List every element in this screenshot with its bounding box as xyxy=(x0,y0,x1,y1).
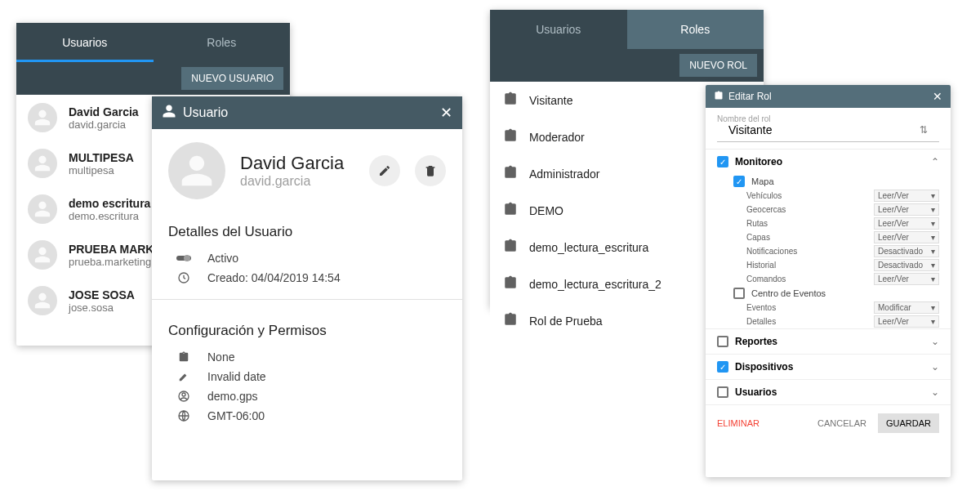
user-name: MULTIPESA xyxy=(69,151,134,164)
close-icon[interactable]: ✕ xyxy=(440,104,452,122)
user-sub: jose.sosa xyxy=(69,301,135,314)
clipboard-icon xyxy=(176,350,191,364)
user-name: David Garcia xyxy=(69,105,139,118)
section-usuarios[interactable]: Usuarios⌄ xyxy=(706,379,951,404)
modal-header: Usuario ✕ xyxy=(152,96,462,129)
user-modal: Usuario ✕ David Garcia david.garcia Deta… xyxy=(152,96,462,480)
role-name: demo_lectura_escritura_2 xyxy=(529,278,662,291)
section-monitoreo[interactable]: ✓Monitoreo ⌃ xyxy=(706,149,951,174)
perm-select[interactable]: Leer/Ver▾ xyxy=(874,203,939,216)
modal-title: Usuario xyxy=(183,105,434,120)
delete-button[interactable] xyxy=(415,155,446,186)
checkbox-icon[interactable] xyxy=(733,288,745,299)
user-sub: david.garcia xyxy=(69,118,139,131)
divider xyxy=(152,299,462,300)
subsection-centro[interactable]: Centro de Eventos xyxy=(706,286,951,301)
badge-icon xyxy=(503,312,518,329)
status-value: Activo xyxy=(207,252,238,265)
person-icon xyxy=(162,104,176,122)
perm-select[interactable]: Leer/Ver▾ xyxy=(874,315,939,328)
footer: ELIMINAR CANCELAR GUARDAR xyxy=(706,404,951,441)
perm-label: Notificaciones xyxy=(746,247,874,256)
checkbox-icon[interactable]: ✓ xyxy=(717,361,728,373)
perm-label: Detalles xyxy=(746,317,874,326)
avatar xyxy=(28,286,57,315)
role-name: Moderador xyxy=(529,131,585,144)
role-name: Visitante xyxy=(529,94,572,107)
perm-row: DetallesLeer/Ver▾ xyxy=(706,315,951,328)
role-row: None xyxy=(152,347,462,367)
user-name: JOSE SOSA xyxy=(69,288,135,301)
details-title: Detalles del Usuario xyxy=(152,212,462,248)
perm-select[interactable]: Modificar▾ xyxy=(874,301,939,314)
clock-icon xyxy=(176,271,191,284)
close-icon[interactable]: ✕ xyxy=(933,90,942,103)
tab-usuarios[interactable]: Usuarios xyxy=(490,10,627,49)
new-user-button[interactable]: NUEVO USUARIO xyxy=(181,67,283,90)
edit-button[interactable] xyxy=(369,155,400,186)
role-value: None xyxy=(207,350,234,364)
date-value: Invalid date xyxy=(207,370,266,383)
globe-icon xyxy=(176,409,191,422)
edit-role-panel: Editar Rol ✕ Nombre del rol Visitante⇅ ✓… xyxy=(706,85,951,477)
cancel-button[interactable]: CANCELAR xyxy=(817,418,866,428)
section-label: Usuarios xyxy=(735,386,777,398)
perm-label: Rutas xyxy=(746,219,874,228)
perm-select[interactable]: Leer/Ver▾ xyxy=(874,217,939,230)
badge-icon xyxy=(503,202,518,219)
perm-select[interactable]: Leer/Ver▾ xyxy=(874,273,939,285)
badge-icon xyxy=(503,165,518,182)
status-row: Activo xyxy=(152,248,462,268)
role-name: demo_lectura_escritura xyxy=(529,241,648,254)
profile-name: David Garcia xyxy=(240,153,354,174)
checkbox-icon[interactable] xyxy=(717,336,728,347)
svg-point-4 xyxy=(182,393,185,396)
subsection-mapa[interactable]: ✓Mapa xyxy=(706,174,951,189)
checkbox-icon[interactable]: ✓ xyxy=(717,156,728,167)
action-row: NUEVO USUARIO xyxy=(16,62,290,95)
tabbar: Usuarios Roles xyxy=(16,23,290,62)
section-label: Reportes xyxy=(735,336,777,347)
section-reportes[interactable]: Reportes⌄ xyxy=(706,328,951,354)
perm-label: Vehículos xyxy=(746,191,874,200)
profile-row: David Garcia david.garcia xyxy=(152,129,462,212)
checkbox-icon[interactable] xyxy=(717,386,728,398)
badge-icon xyxy=(714,91,724,103)
chevron-up-icon: ⌃ xyxy=(931,156,939,167)
checkbox-icon[interactable]: ✓ xyxy=(733,176,745,187)
tz-value: GMT-06:00 xyxy=(207,409,265,422)
perm-row: NotificacionesDesactivado▾ xyxy=(706,244,951,258)
new-role-button[interactable]: NUEVO ROL xyxy=(679,54,757,77)
subsection-label: Centro de Eventos xyxy=(751,288,826,298)
perm-select[interactable]: Leer/Ver▾ xyxy=(874,231,939,243)
perm-row: VehículosLeer/Ver▾ xyxy=(706,189,951,203)
pencil-icon xyxy=(176,371,191,382)
delete-button[interactable]: ELIMINAR xyxy=(717,418,760,428)
tz-row: GMT-06:00 xyxy=(152,406,462,426)
toggle-icon xyxy=(176,254,191,262)
role-name: DEMO xyxy=(529,204,564,217)
user-sub: multipesa xyxy=(69,164,134,176)
tab-roles[interactable]: Roles xyxy=(154,23,291,62)
save-button[interactable]: GUARDAR xyxy=(878,413,939,433)
chevron-down-icon: ⌄ xyxy=(931,361,939,373)
person-circle-icon xyxy=(176,390,191,403)
perm-select[interactable]: Desactivado▾ xyxy=(874,259,939,271)
perm-select[interactable]: Desactivado▾ xyxy=(874,245,939,257)
perm-select[interactable]: Leer/Ver▾ xyxy=(874,190,939,202)
subsection-label: Mapa xyxy=(751,176,774,186)
role-name-field[interactable]: Visitante⇅ xyxy=(717,123,939,142)
badge-icon xyxy=(503,239,518,256)
badge-icon xyxy=(503,92,518,109)
section-label: Dispositivos xyxy=(735,361,793,373)
tabbar: Usuarios Roles xyxy=(490,10,764,49)
domain-value: demo.gps xyxy=(207,390,257,403)
modal-title: Editar Rol xyxy=(728,91,928,102)
tab-roles[interactable]: Roles xyxy=(627,10,764,49)
chevron-down-icon: ⌄ xyxy=(931,336,939,347)
tab-usuarios[interactable]: Usuarios xyxy=(16,23,154,62)
section-dispositivos[interactable]: ✓Dispositivos⌄ xyxy=(706,354,951,379)
role-name: Administrador xyxy=(529,167,599,181)
perm-label: Eventos xyxy=(746,303,874,312)
perm-row: EventosModificar▾ xyxy=(706,301,951,315)
